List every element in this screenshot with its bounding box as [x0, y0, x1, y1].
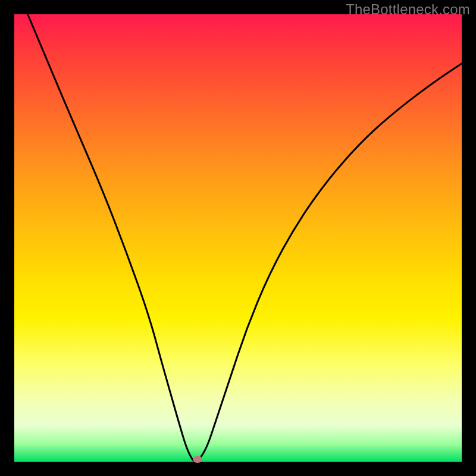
- plot-area: [14, 14, 462, 462]
- watermark-text: TheBottleneck.com: [346, 1, 470, 18]
- chart-frame: TheBottleneck.com: [0, 0, 476, 476]
- curve-svg: [14, 14, 462, 462]
- bottleneck-curve: [28, 14, 462, 462]
- optimum-marker: [193, 456, 202, 463]
